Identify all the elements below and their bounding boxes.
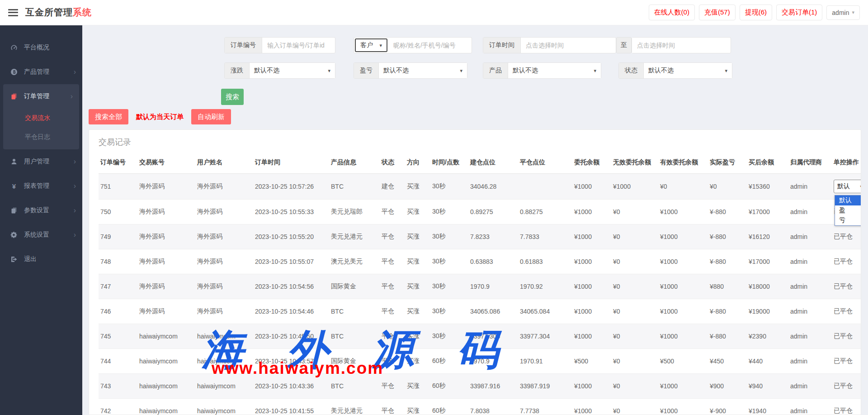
stat-trade-orders[interactable]: 交易订单(1)	[776, 5, 822, 20]
cell-time: 2023-10-25 10:55:33	[253, 200, 329, 224]
sidebar-item-close-log[interactable]: 平仓日志	[3, 128, 79, 147]
column-header-valid: 有效委托余额	[658, 152, 708, 174]
table-row: 748海外源码海外源码2023-10-25 10:55:07澳元兑美元平仓买涨3…	[99, 249, 861, 274]
order-time-from-input[interactable]	[521, 38, 611, 53]
trade-table: 订单编号交易账号用户姓名订单时间产品信息状态方向时间/点数建仓点位平仓点位委托余…	[99, 152, 861, 415]
cell-status: 平仓	[380, 324, 405, 349]
cell-invalid: ¥0	[611, 274, 658, 299]
sidebar-item-users[interactable]: 用户管理›	[0, 149, 82, 174]
sidebar-menu: 平台概况产品管理›订单管理›交易流水平仓日志用户管理›¥报表管理›参数设置›系统…	[0, 35, 82, 272]
stat-withdraw[interactable]: 提现(6)	[740, 5, 772, 20]
control-option[interactable]: 盈	[835, 205, 861, 215]
control-option[interactable]: 默认	[835, 196, 861, 205]
product-select[interactable]: 默认不选▾	[508, 63, 601, 78]
filter-updown: 涨跌 默认不选▾	[224, 62, 335, 79]
topbar-stats: 在线人数(0)充值(57)提现(6)交易订单(1)admin▾	[649, 5, 860, 20]
cell-direction: 买涨	[405, 399, 430, 415]
cell-open: 33977.306	[468, 324, 518, 349]
cell-id: 749	[99, 224, 137, 249]
filter-product: 产品 默认不选▾	[483, 62, 601, 79]
column-header-open: 建仓点位	[468, 152, 518, 174]
params-icon	[10, 206, 18, 215]
stat-online[interactable]: 在线人数(0)	[649, 5, 695, 20]
column-header-id: 订单编号	[99, 152, 137, 174]
filter-customer: 客户▾	[354, 37, 472, 53]
menu-toggle-icon[interactable]	[8, 9, 18, 16]
cell-invalid: ¥0	[611, 224, 658, 249]
main-content: 订单编号 客户▾ 订单时间 至 涨跌 默认不选▾ 盈亏 默认不选▾	[82, 25, 868, 415]
sidebar-item-logout[interactable]: 退出	[0, 247, 82, 272]
cell-id: 747	[99, 274, 137, 299]
search-all-button[interactable]: 搜索全部	[89, 109, 128, 124]
cell-account: 海外源码	[137, 224, 195, 249]
sidebar-group-orders: 订单管理›交易流水平仓日志	[3, 84, 79, 149]
sidebar-item-dashboard[interactable]: 平台概况	[0, 35, 82, 60]
cell-id: 751	[99, 174, 137, 200]
customer-input[interactable]	[388, 38, 470, 53]
bitcoin-icon	[10, 68, 18, 76]
sidebar-item-reports[interactable]: ¥报表管理›	[0, 174, 82, 198]
cell-agent: admin	[788, 274, 832, 299]
trade-table-header-row: 订单编号交易账号用户姓名订单时间产品信息状态方向时间/点数建仓点位平仓点位委托余…	[99, 152, 861, 174]
cell-duration: 60秒	[430, 349, 468, 374]
table-row: 747海外源码海外源码2023-10-25 10:54:56国际黄金平仓买涨30…	[99, 274, 861, 299]
order-no-input[interactable]	[262, 38, 333, 53]
cell-product: BTC	[329, 374, 380, 399]
auto-refresh-button[interactable]: 自动刷新	[191, 109, 231, 124]
search-button[interactable]: 搜索	[221, 89, 244, 105]
status-select[interactable]: 默认不选▾	[644, 63, 732, 78]
cell-open: 34065.086	[468, 299, 518, 324]
sidebar-item-params[interactable]: 参数设置›	[0, 198, 82, 223]
cell-profit: ¥-880	[708, 249, 747, 274]
cell-account: 海外源码	[137, 249, 195, 274]
cell-name: 海外源码	[195, 200, 253, 224]
sidebar-item-trade-flow[interactable]: 交易流水	[3, 109, 79, 128]
sidebar-item-orders[interactable]: 订单管理›	[3, 84, 79, 109]
cell-open: 0.63883	[468, 249, 518, 274]
cell-account: 海外源码	[137, 200, 195, 224]
cell-status: 建仓	[380, 174, 405, 200]
cell-control: 已平仓	[832, 274, 861, 299]
cell-close: 33987.919	[518, 374, 572, 399]
cell-after: ¥17000	[747, 200, 788, 224]
trade-records-panel: 交易记录 订单编号交易账号用户姓名订单时间产品信息状态方向时间/点数建仓点位平仓…	[89, 129, 861, 415]
customer-type-select[interactable]: 客户▾	[355, 38, 387, 52]
orders-icon	[10, 92, 18, 100]
profit-select[interactable]: 默认不选▾	[379, 63, 467, 78]
cell-duration: 60秒	[430, 374, 468, 399]
cell-invalid: ¥0	[611, 324, 658, 349]
chevron-right-icon: ›	[74, 182, 76, 190]
cell-product: 美元兑瑞郎	[329, 200, 380, 224]
updown-select[interactable]: 默认不选▾	[250, 63, 335, 78]
trade-table-body: 751海外源码海外源码2023-10-25 10:57:26BTC建仓买涨30秒…	[99, 174, 861, 415]
cell-invalid: ¥0	[611, 249, 658, 274]
cell-open: 7.8233	[468, 224, 518, 249]
control-option[interactable]: 亏	[835, 215, 861, 225]
user-name: admin	[832, 9, 849, 16]
stat-recharge[interactable]: 充值(57)	[699, 5, 736, 20]
cell-valid: ¥1000	[658, 224, 708, 249]
cell-time: 2023-10-25 10:57:26	[253, 174, 329, 200]
cell-time: 2023-10-25 10:55:07	[253, 249, 329, 274]
control-select[interactable]: 默认▾	[834, 180, 861, 193]
cell-valid: ¥1000	[658, 324, 708, 349]
cell-open: 1970.9	[468, 349, 518, 374]
cell-time: 2023-10-25 10:45:50	[253, 324, 329, 349]
cell-id: 744	[99, 349, 137, 374]
cell-duration: 30秒	[430, 224, 468, 249]
cell-valid: ¥1000	[658, 299, 708, 324]
cell-profit: ¥450	[708, 349, 747, 374]
panel-title: 交易记录	[89, 130, 861, 152]
user-menu[interactable]: admin▾	[826, 5, 860, 20]
order-time-to-input[interactable]	[632, 38, 730, 53]
cell-entrust: ¥1000	[572, 274, 611, 299]
cell-control: 已平仓	[832, 249, 861, 274]
sidebar-item-system[interactable]: 系统设置›	[0, 223, 82, 247]
cell-control: 已平仓	[832, 349, 861, 374]
cell-valid: ¥0	[658, 174, 708, 200]
cell-control: 已平仓	[832, 399, 861, 415]
sidebar-item-products[interactable]: 产品管理›	[0, 60, 82, 84]
cell-id: 748	[99, 249, 137, 274]
cell-time: 2023-10-25 10:43:36	[253, 374, 329, 399]
cell-status: 平仓	[380, 399, 405, 415]
